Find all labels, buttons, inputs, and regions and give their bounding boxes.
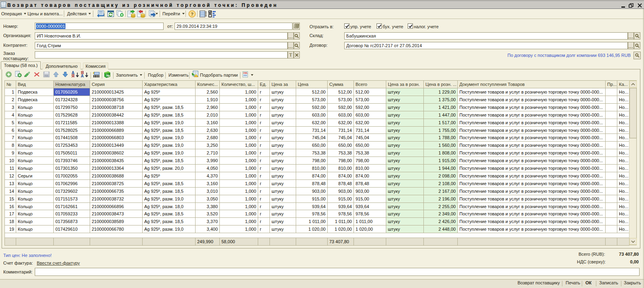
svg-text:XML: XML	[243, 72, 248, 74]
svg-text:ПОК: ПОК	[44, 75, 48, 77]
svg-text:№: №	[106, 74, 110, 77]
svg-text:?: ?	[191, 12, 194, 17]
